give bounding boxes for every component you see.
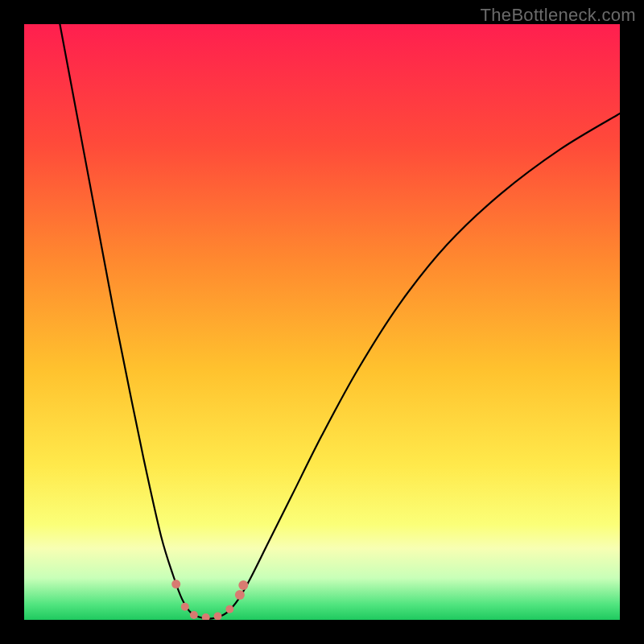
data-marker [171, 580, 180, 588]
data-marker [181, 603, 189, 611]
watermark-text: TheBottleneck.com [481, 5, 636, 26]
data-marker [235, 590, 245, 600]
data-marker [190, 611, 198, 619]
chart-background [24, 24, 620, 620]
bottleneck-chart [24, 24, 620, 620]
data-marker [238, 580, 248, 590]
data-marker [225, 605, 233, 613]
chart-frame [24, 24, 620, 620]
